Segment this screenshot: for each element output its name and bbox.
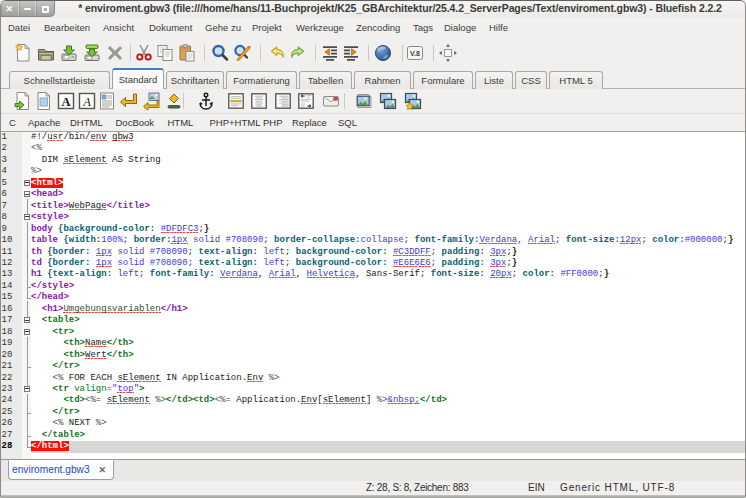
svg-text:V.8: V.8 bbox=[410, 50, 420, 57]
svg-text:A: A bbox=[82, 95, 91, 109]
svg-text:A: A bbox=[61, 95, 70, 109]
